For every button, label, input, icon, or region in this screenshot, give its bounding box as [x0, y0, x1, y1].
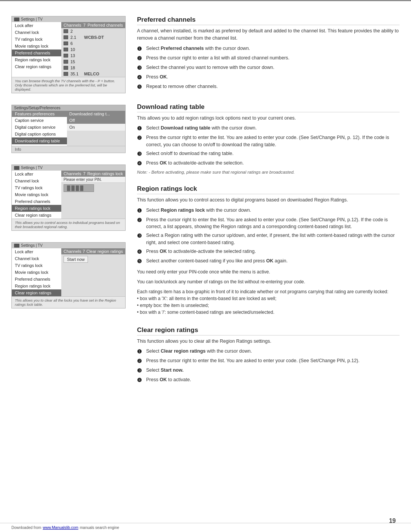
- ch-num-7: 18: [70, 66, 82, 70]
- footer-text: Downloaded from: [11, 526, 41, 530]
- panel3-header: Settings | TV: [12, 165, 125, 171]
- step-num-cr-3: ❸: [137, 367, 144, 375]
- step-num-rr-4: ❹: [137, 248, 144, 256]
- clear-region-title: Clear region ratings: [137, 326, 400, 335]
- start-now-area: Start now: [61, 254, 125, 264]
- channel-row-8: 35.1 MELCO: [61, 71, 125, 77]
- panel3-menu-region-ratings[interactable]: Region ratings lock: [12, 205, 61, 212]
- panel3-content: Channels 7 Region ratings lock Please en…: [61, 171, 125, 219]
- footer: Downloaded from www.Manualslib.com manua…: [0, 523, 411, 532]
- panel2-pref-list: Features preferences Caption service Dig…: [12, 111, 67, 146]
- step-pc-5: ❺ Repeat to remove other channels.: [137, 83, 400, 91]
- channel-row-3: 6: [61, 40, 125, 46]
- ch-icon-7: [64, 66, 68, 70]
- footer-link[interactable]: www.Manualslib.com: [43, 526, 78, 530]
- panel4-col2: Clear region ratings: [86, 249, 123, 254]
- menu-item-region-ratings-lock[interactable]: Region ratings lock: [12, 56, 61, 63]
- step-text-rr-5: Select another content-based rating if y…: [146, 257, 288, 265]
- panel-clear-region-ratings: Settings | TV Lock after Channel lock TV…: [11, 242, 126, 308]
- panel4-menu-lock-after[interactable]: Lock after: [12, 248, 61, 255]
- step-num-rr-1: ❶: [137, 207, 144, 215]
- step-num-cr-4: ❹: [137, 376, 144, 384]
- panel3-footer: This allows you to control access to ind…: [12, 219, 125, 230]
- panel4-col1: Channels: [64, 249, 81, 254]
- panel1-content-header: Channels 7 Preferred channels: [61, 22, 125, 28]
- panel4-header: Settings | TV: [12, 243, 125, 248]
- channel-row-6: 15: [61, 59, 125, 65]
- panel4-menu-tv-ratings[interactable]: TV ratings lock: [12, 262, 61, 269]
- ch-icon-2: [64, 35, 68, 39]
- tv-icon: [14, 18, 19, 21]
- panel3-menu-clear-region[interactable]: Clear region ratings: [12, 212, 61, 219]
- pin-input[interactable]: ████: [64, 184, 94, 192]
- ch-num-6: 15: [70, 59, 82, 64]
- pref-val-caption: Off: [67, 117, 125, 124]
- panel4-content: Channels 7 Clear region ratings Start no…: [61, 248, 125, 296]
- panel4-header-label: Settings | TV: [21, 243, 43, 248]
- panel4-menu-channel-lock[interactable]: Channel lock: [12, 255, 61, 262]
- tv-icon-4: [14, 244, 19, 248]
- download-rating-note: Note: - Before activating, please make s…: [137, 170, 400, 174]
- ch-num-3: 6: [70, 41, 82, 46]
- panel3-menu-channel-lock[interactable]: Channel lock: [12, 177, 61, 184]
- step-text-rr-1: Select Region ratings lock with the curs…: [146, 207, 251, 214]
- step-dr-4: ❹ Press OK to activate/de-activate the s…: [137, 160, 400, 168]
- panel4-menu-list: Lock after Channel lock TV ratings lock …: [12, 248, 61, 296]
- panel1-col2: Preferred channels: [88, 23, 123, 27]
- panel3-col2: Region ratings lock: [87, 171, 123, 176]
- panel3-col1: Channels: [64, 171, 81, 176]
- panel4-menu-preferred[interactable]: Preferred channels: [12, 276, 61, 283]
- step-dr-2: ❷ Press the cursor right to enter the li…: [137, 134, 400, 149]
- panel-region-ratings-lock: Settings | TV Lock after Channel lock TV…: [11, 165, 126, 231]
- step-text-rr-2: Press the cursor right to enter the list…: [146, 216, 400, 231]
- pref-item-digital-caption-options[interactable]: Digital caption options: [12, 131, 67, 137]
- panel3-header-label: Settings | TV: [21, 166, 43, 170]
- channel-row-5: 13: [61, 53, 125, 59]
- pref-item-downloaded-rating[interactable]: Downloaded rating table: [12, 137, 67, 144]
- ch-num-4: 10: [70, 47, 82, 52]
- preferred-channels-title: Preferred channels: [137, 16, 400, 25]
- step-cr-2: ❷ Press the cursor right to enter the li…: [137, 357, 400, 365]
- panel4-menu-region-ratings[interactable]: Region ratings lock: [12, 283, 61, 289]
- step-text-dr-1: Select Download rating table with the cu…: [146, 125, 256, 132]
- panel4-menu-movie-ratings[interactable]: Movie ratings lock: [12, 269, 61, 276]
- step-text-pc-2: Press the cursor right to enter a list w…: [146, 54, 290, 62]
- menu-item-lock-after[interactable]: Lock after: [12, 22, 61, 29]
- panel1-col1-num: 7: [83, 23, 86, 27]
- step-text-rr-4: Press OK to activate/de-activate the sel…: [146, 248, 256, 255]
- panel3-menu-lock-after[interactable]: Lock after: [12, 171, 61, 177]
- panel3-menu-list: Lock after Channel lock TV ratings lock …: [12, 171, 61, 219]
- clear-region-steps: ❶ Select Clear region ratings with the c…: [137, 348, 400, 384]
- panel4-menu-clear-region[interactable]: Clear region ratings: [12, 289, 61, 296]
- pref-item-digital-caption[interactable]: Digital caption service: [12, 124, 67, 131]
- step-num-pc-4: ❹: [137, 73, 144, 81]
- menu-item-clear-region-ratings[interactable]: Clear region ratings: [12, 63, 61, 70]
- panel2-col1-header: Features preferences: [12, 111, 67, 117]
- menu-item-tv-ratings-lock[interactable]: TV ratings lock: [12, 36, 61, 43]
- step-text-pc-3: Select the channel you want to remove wi…: [146, 64, 274, 71]
- step-num-pc-1: ❶: [137, 45, 144, 53]
- ch-icon-6: [64, 60, 68, 64]
- region-ratings-extra2: You can lock/unlock any number of rating…: [137, 278, 400, 285]
- step-num-rr-2: ❷: [137, 216, 144, 224]
- ch-name-2: WCBS-DT: [84, 35, 104, 40]
- pref-val-digital-caption: On: [67, 124, 125, 131]
- panel4-content-header: Channels 7 Clear region ratings: [61, 248, 125, 254]
- pref-item-caption[interactable]: Caption service: [12, 117, 67, 124]
- ch-name-8: MELCO: [84, 72, 99, 76]
- please-enter-pin: Please enter your PIN.: [61, 177, 125, 183]
- region-ratings-extra3: Each ratings item has a box-graphic in f…: [137, 288, 400, 316]
- menu-item-preferred-channels[interactable]: Preferred channels: [12, 50, 61, 56]
- step-rr-4: ❹ Press OK to activate/de-activate the s…: [137, 248, 400, 256]
- step-text-pc-1: Select Preferred channels with the curso…: [146, 45, 250, 52]
- panel3-menu-tv-ratings[interactable]: TV ratings lock: [12, 184, 61, 191]
- menu-item-movie-ratings-lock[interactable]: Movie ratings lock: [12, 43, 61, 50]
- panel1-col1: Channels: [64, 23, 81, 27]
- footer-suffix: manuals search engine: [80, 526, 119, 530]
- menu-item-channel-lock[interactable]: Channel lock: [12, 29, 61, 36]
- panel3-menu-preferred[interactable]: Preferred channels: [12, 198, 61, 205]
- panel3-menu-movie-ratings[interactable]: Movie ratings lock: [12, 191, 61, 198]
- step-rr-2: ❷ Press the cursor right to enter the li…: [137, 216, 400, 231]
- step-cr-3: ❸ Select Start now.: [137, 367, 400, 375]
- start-now-button[interactable]: Start now: [64, 256, 88, 263]
